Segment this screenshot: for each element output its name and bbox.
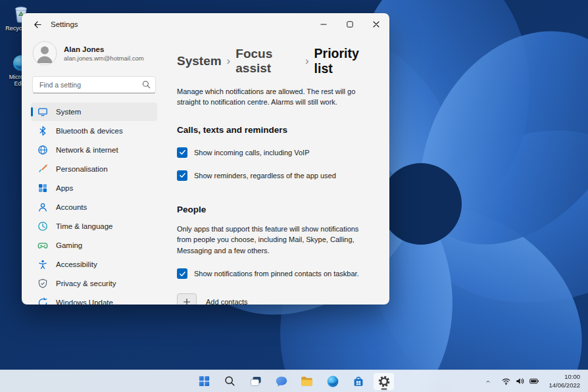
sidebar-item-label: Gaming: [56, 241, 82, 249]
volume-icon: [515, 376, 525, 386]
sidebar-item-personalisation[interactable]: Personalisation: [31, 160, 157, 178]
settings-app-button[interactable]: [373, 372, 395, 391]
sidebar-item-bluetooth-devices[interactable]: Bluetooth & devices: [31, 122, 157, 140]
settings-window: Settings: [22, 13, 389, 305]
clock-time: 10:00: [549, 373, 580, 381]
sidebar-item-system[interactable]: System: [31, 103, 157, 121]
chevron-right-icon: ›: [227, 55, 231, 68]
checkbox-row-pinned-contacts[interactable]: Show notifications from pinned contacts …: [177, 268, 371, 279]
edge-button[interactable]: [322, 372, 343, 391]
chevron-right-icon: ›: [305, 55, 309, 68]
sidebar-item-accounts[interactable]: Accounts: [31, 198, 157, 216]
search-icon: [224, 375, 236, 387]
titlebar[interactable]: Settings: [22, 13, 389, 36]
shield-icon: [37, 278, 48, 289]
sidebar-item-label: Privacy & security: [56, 280, 116, 287]
clock-icon: [37, 221, 48, 232]
back-button[interactable]: [27, 16, 47, 32]
checkbox-checked[interactable]: [177, 147, 187, 158]
page-title: Priority list: [314, 46, 371, 76]
sidebar-item-windows-update[interactable]: Windows Update: [31, 293, 157, 305]
clock-date: 14/06/2022: [549, 381, 580, 389]
microsoft-store-button[interactable]: [347, 372, 369, 391]
taskbar-search-button[interactable]: [219, 372, 241, 391]
task-view-button[interactable]: [245, 372, 266, 391]
checkmark-icon: [179, 172, 186, 179]
bluetooth-icon: [37, 126, 48, 136]
file-explorer-button[interactable]: [296, 372, 318, 391]
maximize-icon: [345, 20, 355, 29]
sidebar-item-label: Network & internet: [56, 146, 118, 154]
checkbox-label: Show notifications from pinned contacts …: [194, 270, 359, 278]
selected-accent-bar: [31, 107, 33, 116]
profile-name: Alan Jones: [64, 45, 144, 53]
minimize-button[interactable]: [310, 13, 337, 36]
close-button[interactable]: [363, 13, 389, 36]
sidebar-item-network-internet[interactable]: Network & internet: [31, 141, 157, 159]
game-controller-icon: [37, 240, 48, 251]
chat-bubble-icon: [275, 375, 288, 388]
profile-email: alan.jones.wm@hotmail.com: [64, 55, 144, 62]
chat-button[interactable]: [270, 372, 292, 391]
sidebar-item-label: Bluetooth & devices: [56, 127, 123, 135]
checkmark-icon: [179, 149, 186, 156]
page-description: Manage which notifications are allowed. …: [177, 87, 371, 108]
folder-icon: [300, 374, 314, 388]
sidebar-item-privacy-security[interactable]: Privacy & security: [31, 274, 157, 293]
person-icon: [37, 202, 48, 212]
search-icon: [142, 80, 151, 89]
sidebar-item-label: Accounts: [56, 203, 87, 211]
tray-chevron-button[interactable]: [481, 372, 495, 391]
back-arrow-icon: [32, 20, 42, 30]
tray-status-group[interactable]: [497, 372, 545, 391]
window-controls: [310, 13, 389, 36]
system-icon: [37, 107, 48, 117]
section-title-people: People: [177, 205, 371, 214]
store-bag-icon: [352, 375, 365, 388]
start-button[interactable]: [193, 372, 215, 391]
sidebar-item-gaming[interactable]: Gaming: [31, 236, 157, 255]
add-contacts-row: Add contacts: [177, 293, 371, 305]
breadcrumb-focus-assist[interactable]: Focus assist: [235, 47, 300, 76]
checkbox-checked[interactable]: [177, 170, 187, 181]
breadcrumb-system[interactable]: System: [177, 54, 222, 68]
checkbox-label: Show reminders, regardless of the app us…: [194, 172, 336, 180]
chevron-up-icon: [485, 377, 491, 386]
globe-icon: [37, 145, 48, 155]
people-description: Only apps that support this feature will…: [177, 224, 371, 257]
taskbar-clock[interactable]: 10:00 14/06/2022: [546, 373, 585, 389]
checkbox-row-incoming-calls[interactable]: Show incoming calls, including VoIP: [177, 147, 371, 158]
plus-icon: [183, 298, 191, 305]
task-view-icon: [249, 375, 262, 388]
settings-sidebar: Alan Jones alan.jones.wm@hotmail.com: [22, 36, 165, 305]
sidebar-item-label: Time & language: [56, 222, 113, 230]
search-input[interactable]: [32, 76, 156, 93]
search-box: [32, 76, 156, 93]
sidebar-item-label: System: [56, 108, 81, 116]
avatar: [32, 41, 57, 66]
checkmark-icon: [179, 270, 186, 278]
add-contacts-label: Add contacts: [206, 298, 248, 305]
sidebar-item-apps[interactable]: Apps: [31, 179, 157, 197]
gear-icon: [378, 375, 391, 388]
taskbar-center-icons: [193, 370, 395, 392]
add-contacts-button[interactable]: [177, 293, 197, 305]
accessibility-person-icon: [37, 259, 48, 270]
sidebar-item-label: Windows Update: [56, 299, 113, 305]
user-profile[interactable]: Alan Jones alan.jones.wm@hotmail.com: [31, 37, 157, 70]
sidebar-item-label: Accessibility: [56, 260, 97, 268]
settings-content: System › Focus assist › Priority list Ma…: [165, 36, 389, 305]
apps-grid-icon: [37, 183, 48, 193]
sidebar-nav: System Bluetooth & devices Network & int…: [31, 103, 157, 305]
maximize-button[interactable]: [337, 13, 363, 36]
close-icon: [372, 20, 381, 29]
taskbar: 10:00 14/06/2022: [0, 370, 588, 392]
sidebar-item-label: Personalisation: [56, 165, 108, 173]
sidebar-item-time-language[interactable]: Time & language: [31, 217, 157, 235]
sidebar-item-accessibility[interactable]: Accessibility: [31, 255, 157, 274]
checkbox-row-reminders[interactable]: Show reminders, regardless of the app us…: [177, 170, 371, 181]
system-tray: 10:00 14/06/2022: [481, 370, 585, 392]
checkbox-label: Show incoming calls, including VoIP: [194, 149, 309, 157]
update-arrows-icon: [37, 297, 48, 305]
checkbox-checked[interactable]: [177, 268, 187, 279]
